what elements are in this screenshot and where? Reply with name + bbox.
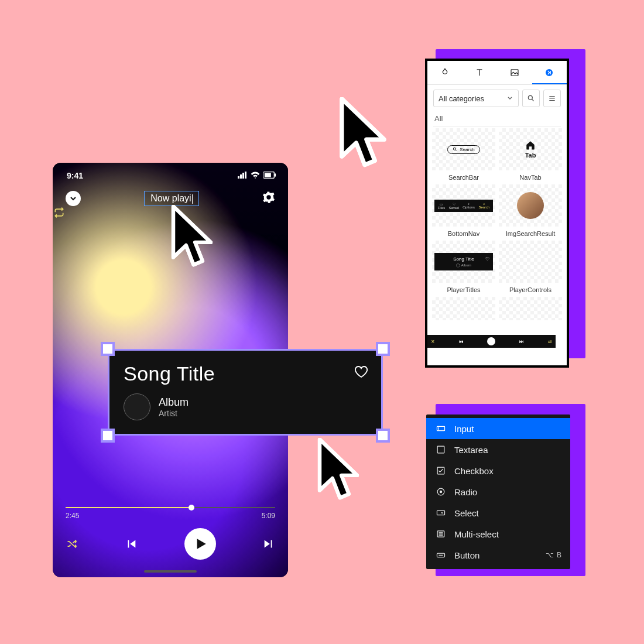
status-time: 9:41 <box>67 171 83 180</box>
song-title-label: Song Title <box>124 362 367 385</box>
heart-icon[interactable] <box>354 365 368 381</box>
component-thumb: ▭Files♡Saved♪Options⌕Search <box>432 184 495 227</box>
svg-point-10 <box>454 148 456 150</box>
play-button[interactable] <box>184 528 216 560</box>
button-icon <box>436 550 446 560</box>
wifi-icon <box>251 171 260 180</box>
component-label: PlayerTitles <box>432 286 495 293</box>
component-thumb: Song Title◯ Album♡ <box>432 241 495 283</box>
album-label: Album <box>159 396 189 409</box>
components-panel: All categories All SearchSearchBarTabNav… <box>425 59 569 368</box>
select-icon <box>436 508 446 518</box>
next-icon[interactable] <box>262 537 275 550</box>
menu-item-label: Checkbox <box>454 466 494 476</box>
svg-rect-1 <box>240 174 242 179</box>
textarea-icon <box>436 444 446 455</box>
svg-rect-0 <box>238 176 239 179</box>
svg-rect-5 <box>265 173 271 177</box>
component-item-bottomnav[interactable]: ▭Files♡Saved♪Options⌕SearchBottomNav <box>432 184 495 237</box>
menu-item-label: Button <box>454 550 479 560</box>
component-label: SearchBar <box>432 174 495 181</box>
progress-bar[interactable]: 2:45 5:09 <box>66 507 275 520</box>
component-item-playercontrols[interactable]: ✕ ⏮ ⏭ ⇄PlayerControls <box>499 241 562 293</box>
category-dropdown-label: All categories <box>439 94 484 103</box>
status-icons <box>238 171 276 180</box>
component-thumb: Search <box>432 128 495 170</box>
component-item-searchbar[interactable]: SearchSearchBar <box>432 128 495 181</box>
resize-handle-br[interactable] <box>376 429 390 443</box>
menu-item-label: Textarea <box>454 445 488 455</box>
svg-rect-17 <box>437 511 444 515</box>
total-time: 5:09 <box>262 512 275 520</box>
svg-rect-11 <box>437 426 444 430</box>
selected-component-card[interactable]: Song Title Album Artist <box>101 342 390 443</box>
previous-icon[interactable] <box>125 537 138 550</box>
svg-rect-2 <box>242 173 244 179</box>
menu-item-label: Multi-select <box>454 529 499 539</box>
component-label: PlayerControls <box>499 286 562 293</box>
menu-item-select[interactable]: Select <box>426 502 570 523</box>
elapsed-time: 2:45 <box>66 512 79 520</box>
component-thumb: ✕ ⏮ ⏭ ⇄ <box>499 241 562 283</box>
menu-item-label: Radio <box>454 487 477 497</box>
search-button[interactable] <box>522 90 540 107</box>
chevron-down-icon <box>506 94 513 103</box>
cursor-icon <box>337 97 389 176</box>
svg-rect-13 <box>437 446 444 453</box>
battery-icon <box>263 171 276 180</box>
cursor-icon <box>315 438 362 508</box>
insert-menu: InputTextareaCheckboxRadioSelectMulti-se… <box>426 415 570 569</box>
list-view-button[interactable] <box>543 90 561 107</box>
menu-item-label: Select <box>454 508 479 518</box>
component-label: NavTab <box>499 174 562 181</box>
menu-item-radio[interactable]: Radio <box>426 481 570 502</box>
multiselect-icon <box>436 529 446 539</box>
menu-item-input[interactable]: Input <box>426 418 570 439</box>
menu-item-checkbox[interactable]: Checkbox <box>426 460 570 481</box>
tab-components[interactable] <box>532 61 567 84</box>
now-playing-input[interactable]: Now playi <box>144 191 198 206</box>
album-thumbnail <box>124 393 150 420</box>
collapse-button[interactable] <box>66 191 81 206</box>
resize-handle-tl[interactable] <box>101 342 115 356</box>
shortcut-label: ⌥ B <box>546 551 562 559</box>
component-thumb <box>499 184 562 227</box>
settings-icon[interactable] <box>262 191 275 206</box>
menu-item-multi-select[interactable]: Multi-select <box>426 523 570 544</box>
component-item-imgsearchresult[interactable]: ImgSearchResult <box>499 184 562 237</box>
cursor-icon <box>169 205 215 275</box>
signal-icon <box>238 171 247 180</box>
radio-icon <box>436 487 446 497</box>
input-icon <box>436 423 446 434</box>
home-indicator <box>144 570 197 573</box>
menu-item-button[interactable]: Button⌥ B <box>426 544 570 566</box>
svg-point-16 <box>440 491 442 493</box>
category-dropdown[interactable]: All categories <box>433 90 519 107</box>
svg-rect-6 <box>275 173 276 177</box>
menu-item-label: Input <box>454 424 474 434</box>
component-label: ImgSearchResult <box>499 230 562 237</box>
tab-color[interactable] <box>427 61 463 84</box>
svg-point-9 <box>528 95 532 100</box>
component-thumb: Tab <box>499 128 562 170</box>
progress-thumb[interactable] <box>189 505 194 511</box>
artist-label: Artist <box>159 409 189 418</box>
component-label: BottomNav <box>432 230 495 237</box>
resize-handle-bl[interactable] <box>101 429 115 443</box>
menu-item-textarea[interactable]: Textarea <box>426 439 570 460</box>
shuffle-icon[interactable] <box>66 537 78 550</box>
tab-image[interactable] <box>497 61 532 84</box>
repeat-icon[interactable] <box>53 206 66 219</box>
svg-rect-7 <box>511 70 518 76</box>
component-item-navtab[interactable]: TabNavTab <box>499 128 562 181</box>
section-heading: All <box>427 112 567 126</box>
tab-text[interactable] <box>463 61 498 84</box>
svg-rect-3 <box>245 172 246 179</box>
component-item-playertitles[interactable]: Song Title◯ Album♡PlayerTitles <box>432 241 495 293</box>
resize-handle-tr[interactable] <box>376 342 390 356</box>
now-playing-text: Now playi <box>150 193 191 203</box>
checkbox-icon <box>436 465 446 476</box>
